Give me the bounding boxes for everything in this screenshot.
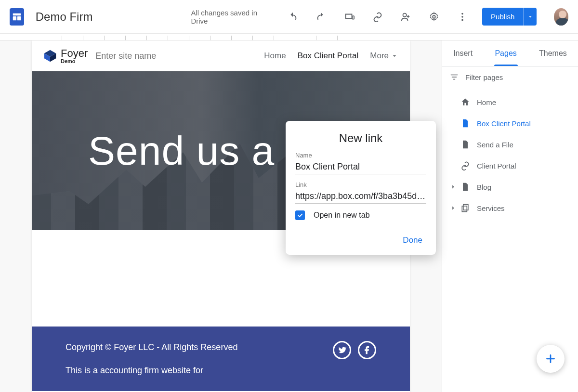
copy-icon (460, 203, 470, 213)
filter-label: Filter pages (465, 73, 503, 81)
footer-copyright: Copyright © Foyer LLC - All Rights Reser… (66, 341, 237, 353)
svg-point-8 (461, 19, 463, 21)
page-icon (460, 140, 470, 149)
chevron-down-icon (391, 52, 398, 60)
site-logo[interactable]: Foyer Demo (43, 48, 88, 64)
site-name-input[interactable] (95, 51, 182, 61)
nav-more[interactable]: More (370, 51, 398, 61)
twitter-icon[interactable] (333, 341, 351, 359)
svg-rect-13 (462, 206, 467, 212)
chevron-right-icon (450, 205, 457, 211)
check-icon (297, 212, 303, 219)
save-status: All changes saved in Drive (191, 9, 261, 25)
page-item-box-client-portal[interactable]: Box Client Portal (446, 113, 574, 134)
side-panel: Insert Pages Themes Filter pages Home Bo… (442, 40, 578, 392)
site-nav: Home Box Client Portal More (264, 51, 398, 61)
plus-icon (544, 353, 557, 365)
tab-insert[interactable]: Insert (449, 40, 476, 66)
svg-rect-12 (463, 205, 468, 210)
account-avatar[interactable] (554, 8, 568, 26)
svg-rect-2 (17, 16, 21, 20)
redo-button[interactable] (313, 7, 329, 27)
sites-app-icon[interactable] (10, 8, 24, 26)
svg-point-6 (461, 13, 463, 14)
page-list: Home Box Client Portal Send a File Clien… (442, 88, 578, 222)
add-page-fab[interactable] (537, 345, 565, 373)
preview-button[interactable] (341, 7, 358, 27)
more-button[interactable] (454, 7, 471, 27)
settings-button[interactable] (426, 7, 443, 27)
site-footer[interactable]: Copyright © Foyer LLC - All Rights Reser… (32, 327, 410, 391)
doc-title[interactable]: Demo Firm (36, 10, 93, 24)
footer-desc: This is a accounting firm website for (66, 364, 237, 377)
facebook-icon[interactable] (358, 341, 376, 359)
social-links (333, 341, 376, 377)
page-icon (460, 118, 470, 128)
name-field-label: Name (295, 152, 426, 159)
link-button[interactable] (369, 7, 386, 27)
open-new-tab-checkbox[interactable] (295, 210, 305, 220)
side-tabs: Insert Pages Themes (442, 40, 578, 66)
nav-home[interactable]: Home (264, 51, 286, 61)
site-header: Foyer Demo Home Box Client Portal More (32, 40, 410, 71)
tab-pages[interactable]: Pages (491, 40, 520, 66)
link-input[interactable]: https://app.box.com/f/3ba3b45d… (295, 188, 426, 204)
svg-rect-3 (352, 16, 354, 19)
svg-point-7 (461, 16, 463, 18)
chevron-right-icon (450, 183, 457, 190)
logo-text-1: Foyer (61, 48, 88, 59)
ruler (0, 34, 578, 40)
logo-cube-icon (43, 49, 57, 63)
publish-dropdown[interactable] (523, 8, 537, 26)
nav-box-client-portal[interactable]: Box Client Portal (298, 51, 359, 61)
svg-point-5 (433, 15, 435, 18)
page-item-services[interactable]: Services (446, 197, 574, 219)
publish-button[interactable]: Publish (482, 8, 523, 26)
page-item-client-portal[interactable]: Client Portal (446, 155, 574, 176)
tab-themes[interactable]: Themes (535, 40, 571, 66)
svg-rect-0 (13, 13, 21, 15)
page-icon (460, 182, 470, 192)
page-item-blog[interactable]: Blog (446, 176, 574, 197)
share-button[interactable] (397, 7, 414, 27)
new-link-dialog: New link Name Box Client Portal Link htt… (286, 121, 436, 255)
done-button[interactable]: Done (399, 233, 426, 248)
open-new-tab-label: Open in new tab (314, 211, 370, 220)
logo-text-2: Demo (61, 59, 88, 64)
undo-button[interactable] (284, 7, 301, 27)
filter-row[interactable]: Filter pages (442, 66, 578, 88)
link-field-label: Link (295, 181, 426, 188)
filter-icon (450, 73, 459, 81)
svg-point-4 (403, 13, 407, 16)
dialog-title: New link (295, 131, 426, 145)
home-icon (460, 97, 470, 107)
page-item-home[interactable]: Home (446, 91, 574, 113)
svg-rect-1 (13, 16, 16, 20)
publish-group: Publish (482, 8, 537, 26)
name-input[interactable]: Box Client Portal (295, 159, 426, 174)
page-item-send-a-file[interactable]: Send a File (446, 134, 574, 155)
app-header: Demo Firm All changes saved in Drive Pub… (0, 0, 578, 34)
link-icon (460, 161, 470, 170)
